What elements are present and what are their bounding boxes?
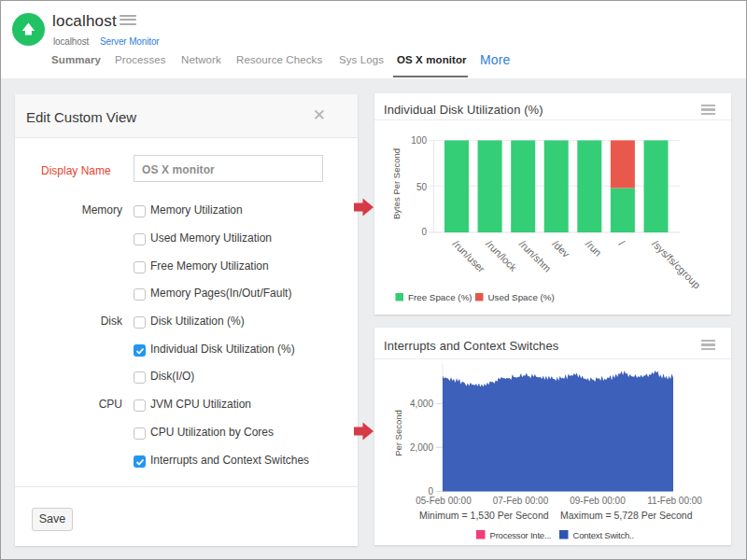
svg-text:50: 50 — [416, 182, 428, 192]
svg-text:Processor Inte...: Processor Inte... — [490, 530, 552, 540]
svg-text:2,000: 2,000 — [410, 442, 433, 453]
svg-text:Context Switch..: Context Switch.. — [573, 530, 634, 540]
svg-text:/: / — [616, 238, 627, 248]
svg-text:/run/shm: /run/shm — [517, 238, 554, 274]
svg-text:Free Space (%): Free Space (%) — [408, 292, 472, 302]
svg-text:11-Feb 00:00: 11-Feb 00:00 — [647, 496, 702, 506]
svg-text:Per Second: Per Second — [393, 410, 403, 456]
svg-text:100: 100 — [411, 135, 427, 146]
svg-text:/sys/fs/cgroup: /sys/fs/cgroup — [650, 238, 702, 290]
svg-text:0: 0 — [421, 227, 427, 237]
svg-text:/dev: /dev — [550, 238, 572, 260]
svg-text:/run/user: /run/user — [451, 238, 487, 274]
svg-text:/run/lock: /run/lock — [484, 238, 519, 273]
svg-text:05-Feb 00:00: 05-Feb 00:00 — [416, 496, 472, 506]
svg-text:Minimum = 1,530 Per Second: Minimum = 1,530 Per Second — [419, 510, 549, 521]
svg-text:4,000: 4,000 — [410, 399, 433, 409]
svg-text:Bytes Per Second: Bytes Per Second — [391, 148, 402, 219]
svg-text:Used Space (%): Used Space (%) — [488, 292, 555, 302]
svg-text:Maximum = 5,728 Per Second: Maximum = 5,728 Per Second — [560, 510, 693, 521]
svg-text:/run: /run — [584, 238, 604, 259]
svg-text:09-Feb 00:00: 09-Feb 00:00 — [570, 496, 626, 506]
svg-text:07-Feb 00:00: 07-Feb 00:00 — [493, 496, 549, 506]
